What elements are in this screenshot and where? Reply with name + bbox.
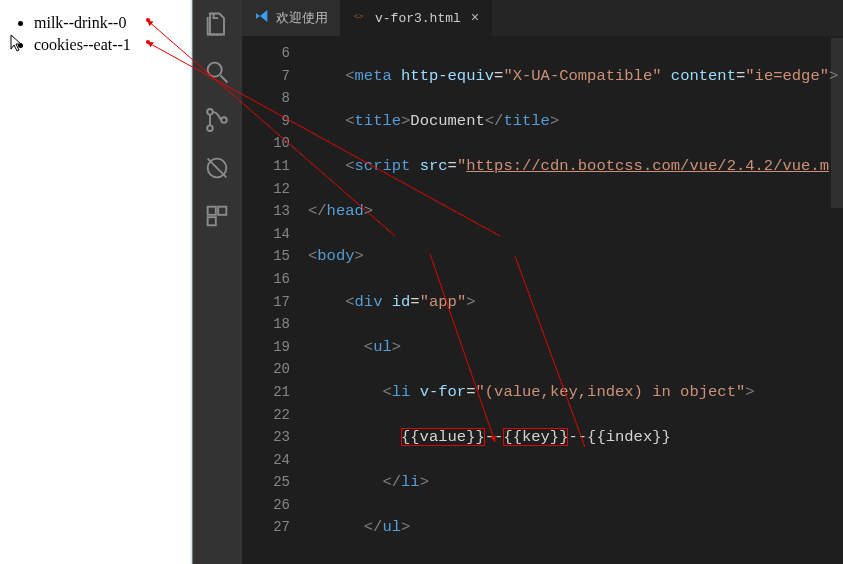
tab-bar: 欢迎使用 <> v-for3.html ×	[242, 0, 843, 36]
list-item: cookies--eat--1	[34, 34, 191, 56]
line-gutter: 6789101112131415161718192021222324252627	[242, 36, 308, 564]
code-content: <meta http-equiv="X-UA-Compatible" conte…	[308, 36, 838, 564]
tab-label: 欢迎使用	[276, 9, 328, 27]
activity-bar	[192, 0, 242, 564]
search-icon[interactable]	[203, 58, 231, 86]
vscode-window: 欢迎使用 <> v-for3.html × 678910111213141516…	[192, 0, 843, 564]
explorer-icon[interactable]	[203, 10, 231, 38]
html-icon: <>	[353, 8, 369, 28]
browser-preview-panel: milk--drink--0 cookies--eat--1	[0, 0, 192, 564]
svg-line-1	[221, 76, 228, 83]
svg-point-3	[207, 125, 213, 131]
cursor-icon	[10, 34, 24, 57]
vscode-icon	[254, 8, 270, 28]
editor-area: 欢迎使用 <> v-for3.html × 678910111213141516…	[242, 0, 843, 564]
rendered-list: milk--drink--0 cookies--eat--1	[18, 12, 191, 56]
list-item: milk--drink--0	[34, 12, 191, 34]
tab-file[interactable]: <> v-for3.html ×	[341, 0, 492, 36]
svg-point-4	[221, 117, 227, 123]
close-icon[interactable]: ×	[471, 10, 479, 26]
svg-point-0	[208, 63, 222, 77]
svg-rect-8	[218, 207, 226, 215]
tab-label: v-for3.html	[375, 11, 461, 26]
svg-text:<>: <>	[354, 11, 364, 21]
svg-point-2	[207, 109, 213, 115]
code-editor[interactable]: 6789101112131415161718192021222324252627…	[242, 36, 843, 564]
debug-icon[interactable]	[203, 154, 231, 182]
source-control-icon[interactable]	[203, 106, 231, 134]
tab-welcome[interactable]: 欢迎使用	[242, 0, 341, 36]
scrollbar-thumb[interactable]	[831, 38, 843, 208]
svg-rect-9	[208, 217, 216, 225]
svg-rect-7	[208, 207, 216, 215]
extensions-icon[interactable]	[203, 202, 231, 230]
